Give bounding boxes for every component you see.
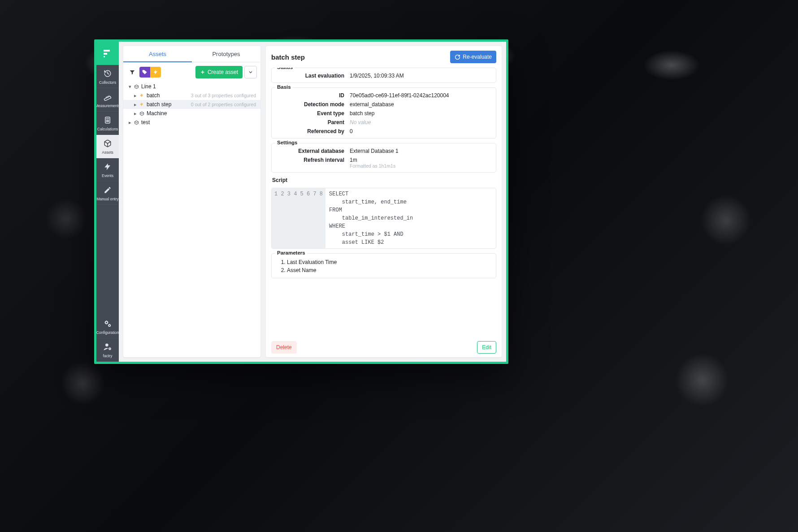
kv-value: 70e05ad0-ce69-11ef-89f1-0242ac120004 <box>350 92 490 99</box>
chevron-down-icon <box>248 69 253 75</box>
svg-rect-0 <box>104 50 110 52</box>
nav-user[interactable]: factry <box>96 338 119 362</box>
kv-last-evaluation: Last evaluation 1/9/2025, 10:09:33 AM <box>277 73 490 79</box>
caret-down-icon: ▾ <box>127 84 133 90</box>
svg-line-4 <box>106 97 106 98</box>
nav-label: Assets <box>102 150 113 155</box>
asset-tree: ▾ Line 1 ▸ batch 3 out of 3 properties c… <box>123 82 260 130</box>
asset-icon <box>133 120 139 125</box>
button-label: Create asset <box>208 69 238 75</box>
kv-value: No value <box>350 119 490 125</box>
detail-body: Status Last evaluation 1/9/2025, 10:09:3… <box>266 68 502 337</box>
kv-value: 1m Formatted as 1h1m1s <box>350 157 490 169</box>
pencil-icon <box>103 185 113 195</box>
reevaluate-button[interactable]: Re-evaluate <box>450 51 496 63</box>
kv-value: External Database 1 <box>350 148 490 154</box>
svg-point-12 <box>106 121 107 121</box>
kv-event-type: Event type batch step <box>277 110 490 117</box>
type-filter-group <box>139 67 161 78</box>
tab-assets[interactable]: Assets <box>123 46 192 62</box>
sidebar: Collectors Measurements Calculations Ass… <box>96 42 119 362</box>
detail-panel: batch step Re-evaluate Status Last evalu… <box>266 46 502 357</box>
create-asset-dropdown[interactable] <box>244 66 257 78</box>
svg-rect-1 <box>104 53 107 55</box>
tree-meta: 3 out of 3 properties configured <box>191 93 256 98</box>
asset-icon <box>133 84 139 89</box>
kv-external-database: External database External Database 1 <box>277 148 490 154</box>
kv-key: ID <box>277 92 344 99</box>
section-settings: Settings External database External Data… <box>271 143 496 173</box>
button-label: Re-evaluate <box>463 54 492 60</box>
nav-collectors[interactable]: Collectors <box>96 65 119 88</box>
svg-point-19 <box>109 348 110 349</box>
filter-row: Create asset <box>123 62 260 82</box>
svg-point-13 <box>107 121 108 121</box>
tree-node-test[interactable]: ▸ test <box>123 118 260 127</box>
nav-events[interactable]: Events <box>96 158 119 182</box>
caret-right-icon: ▸ <box>127 120 133 125</box>
section-status: Status Last evaluation 1/9/2025, 10:09:3… <box>271 68 496 83</box>
section-header: Settings <box>275 140 299 145</box>
create-asset-button[interactable]: Create asset <box>195 66 243 78</box>
tree-node-batch-step[interactable]: ▸ batch step 0 out of 2 properties confi… <box>123 100 260 109</box>
svg-point-14 <box>108 121 109 121</box>
assets-panel: Assets Prototypes <box>123 46 260 357</box>
kv-key: Refresh interval <box>277 157 344 163</box>
kv-value: 0 <box>350 128 490 134</box>
kv-value: 1/9/2025, 10:09:33 AM <box>350 73 490 79</box>
tree-label: Machine <box>147 110 256 117</box>
app-logo <box>96 42 119 65</box>
nav-label: Measurements <box>95 104 120 108</box>
refresh-icon <box>455 54 460 60</box>
desktop-background: Collectors Measurements Calculations Ass… <box>0 0 798 532</box>
nav-label: Manual entry <box>96 197 118 201</box>
caret-right-icon: ▸ <box>132 111 139 117</box>
ruler-icon <box>103 92 113 102</box>
type-filter-tag[interactable] <box>139 67 150 78</box>
tab-prototypes[interactable]: Prototypes <box>192 46 260 62</box>
gears-icon <box>103 319 113 329</box>
section-basis: Basis ID 70e05ad0-ce69-11ef-89f1-0242ac1… <box>271 87 496 138</box>
nav-label: factry <box>103 354 113 358</box>
asset-icon <box>139 111 145 116</box>
tree-node-batch[interactable]: ▸ batch 3 out of 3 properties configured <box>123 91 260 100</box>
svg-line-5 <box>107 96 108 97</box>
tree-node-line1[interactable]: ▾ Line 1 <box>123 82 260 91</box>
logo-icon <box>103 48 113 58</box>
nav-configuration[interactable]: Configuration <box>96 315 119 338</box>
filter-icon <box>129 69 135 75</box>
history-icon <box>103 69 113 78</box>
parameter-list: Last Evaluation TimeAsset Name <box>279 259 489 273</box>
script-label: Script <box>271 177 496 183</box>
svg-line-6 <box>108 95 109 96</box>
tree-node-machine[interactable]: ▸ Machine <box>123 109 260 118</box>
script-editor[interactable]: 1 2 3 4 5 6 7 8 SELECT start_time, end_t… <box>271 188 496 249</box>
tag-icon <box>142 69 148 75</box>
delete-button[interactable]: Delete <box>271 341 297 354</box>
nav-measurements[interactable]: Measurements <box>96 88 119 112</box>
detail-header: batch step Re-evaluate <box>266 46 502 68</box>
nav-manual-entry[interactable]: Manual entry <box>96 182 119 205</box>
edit-button[interactable]: Edit <box>477 341 496 354</box>
parameter-item: Last Evaluation Time <box>287 259 489 265</box>
nav-label: Collectors <box>99 80 116 85</box>
type-filter-bolt[interactable] <box>150 67 161 78</box>
kv-parent: Parent No value <box>277 119 490 125</box>
tree-label: batch step <box>147 101 191 108</box>
nav-calculations[interactable]: Calculations <box>96 112 119 135</box>
filter-button[interactable] <box>127 67 138 78</box>
tree-label: Line 1 <box>141 83 256 90</box>
kv-refresh-interval: Refresh interval 1m Formatted as 1h1m1s <box>277 157 490 169</box>
bolt-icon <box>103 162 113 172</box>
tree-label: test <box>141 119 256 125</box>
tree-meta: 0 out of 2 properties configured <box>191 102 256 107</box>
kv-value: external_database <box>350 101 490 108</box>
code-body: SELECT start_time, end_time FROM table_i… <box>325 188 496 248</box>
svg-point-11 <box>108 120 109 120</box>
caret-right-icon: ▸ <box>132 102 139 108</box>
kv-key: Event type <box>277 110 344 117</box>
tabs: Assets Prototypes <box>123 46 260 62</box>
kv-key: Referenced by <box>277 128 344 134</box>
nav-assets[interactable]: Assets <box>96 135 119 158</box>
nav-label: Calculations <box>97 127 118 131</box>
